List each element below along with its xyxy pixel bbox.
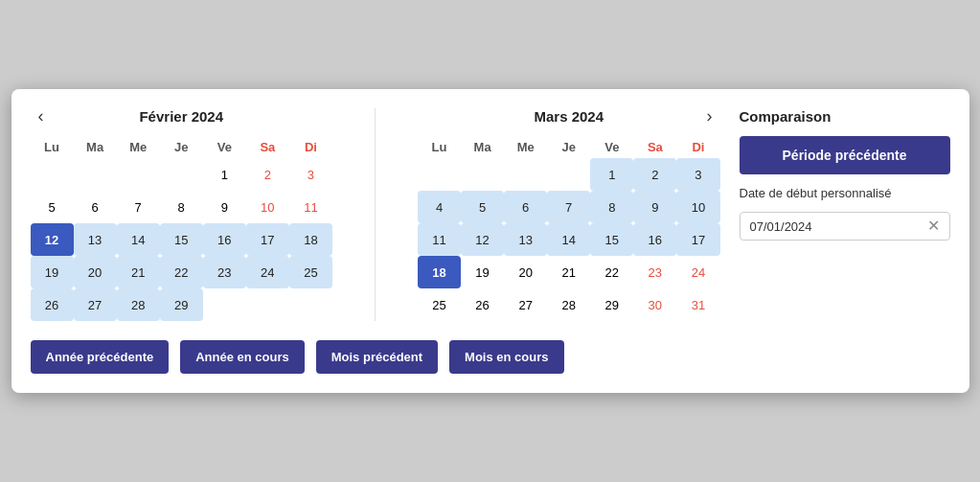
table-row[interactable]: 7 [117,191,160,223]
table-row [418,158,461,191]
table-row[interactable]: 15 [590,223,633,256]
dow-ve: Ve [590,136,633,158]
table-row[interactable]: 4 [418,191,461,223]
table-row[interactable]: 8 [590,191,633,223]
table-row[interactable]: 20 [504,256,547,288]
next-month-button[interactable]: › [699,106,720,126]
table-row[interactable]: 6 [74,191,117,223]
action-buttons-row: Année précédente Année en cours Mois pré… [31,340,720,374]
table-row[interactable]: 12 [461,223,504,256]
calendar-divider [375,108,376,321]
table-row[interactable]: 28 [547,288,590,321]
table-row[interactable]: 15 [160,223,203,256]
table-row[interactable]: 27 [504,288,547,321]
date-debut-label: Date de début personnalisé [740,186,950,200]
left-calendar: ‹ Février 2024 Lu Ma Me Je Ve Sa Di [31,108,333,321]
table-row[interactable]: 18 [418,256,461,288]
table-row[interactable]: 30 [633,288,676,321]
annee-en-cours-button[interactable]: Année en cours [180,340,305,374]
table-row[interactable]: 25 [289,256,332,288]
table-row[interactable]: 10 [676,191,719,223]
table-row[interactable]: 28 [117,288,160,321]
table-row [246,288,289,321]
table-row[interactable]: 8 [160,191,203,223]
table-row[interactable]: 19 [461,256,504,288]
table-row [74,158,117,191]
table-row[interactable]: 1 [590,158,633,191]
annee-precedente-button[interactable]: Année précédente [31,340,170,374]
table-row[interactable]: 11 [418,223,461,256]
right-panel: Comparaison Période précédente Date de d… [740,108,950,374]
table-row [547,158,590,191]
table-row[interactable]: 7 [547,191,590,223]
mois-en-cours-button[interactable]: Mois en cours [449,340,563,374]
table-row[interactable]: 5 [461,191,504,223]
table-row[interactable]: 10 [246,191,289,223]
mois-precedent-button[interactable]: Mois précédent [316,340,438,374]
table-row[interactable]: 22 [590,256,633,288]
date-debut-input[interactable] [750,219,922,234]
table-row[interactable]: 24 [246,256,289,288]
table-row[interactable]: 20 [74,256,117,288]
table-row[interactable]: 31 [676,288,719,321]
table-row[interactable]: 27 [74,288,117,321]
table-row[interactable]: 18 [289,223,332,256]
periode-precedente-button[interactable]: Période précédente [740,136,950,174]
table-row[interactable]: 1 [203,158,246,191]
dow-lu: Lu [418,136,461,158]
table-row [504,158,547,191]
table-row[interactable]: 25 [418,288,461,321]
left-calendar-header: ‹ Février 2024 [31,108,333,125]
dow-ma: Ma [461,136,504,158]
table-row[interactable]: 22 [160,256,203,288]
table-row[interactable]: 26 [461,288,504,321]
left-calendar-grid: Lu Ma Me Je Ve Sa Di [31,136,333,321]
calendars-row: ‹ Février 2024 Lu Ma Me Je Ve Sa Di [31,108,720,321]
table-row[interactable]: 5 [31,191,74,223]
table-row [461,158,504,191]
clear-date-button[interactable]: ✕ [927,218,940,234]
table-row[interactable]: 14 [117,223,160,256]
comparaison-label: Comparaison [740,108,950,125]
dow-sa: Sa [246,136,289,158]
table-row[interactable]: 11 [289,191,332,223]
table-row[interactable]: 23 [633,256,676,288]
dow-je: Je [160,136,203,158]
table-row[interactable]: 16 [633,223,676,256]
table-row[interactable]: 19 [31,256,74,288]
table-row[interactable]: 17 [246,223,289,256]
table-row[interactable]: 21 [547,256,590,288]
calendars-section: ‹ Février 2024 Lu Ma Me Je Ve Sa Di [31,108,720,374]
table-row[interactable]: 14 [547,223,590,256]
dow-me: Me [504,136,547,158]
table-row[interactable]: 17 [676,223,719,256]
dow-ma: Ma [74,136,117,158]
table-row [31,158,74,191]
left-calendar-title: Février 2024 [139,108,223,125]
table-row[interactable]: 2 [633,158,676,191]
dow-ve: Ve [203,136,246,158]
date-debut-input-wrapper: ✕ [740,212,950,241]
dow-me: Me [117,136,160,158]
dow-sa: Sa [633,136,676,158]
table-row[interactable]: 16 [203,223,246,256]
table-row[interactable]: 6 [504,191,547,223]
table-row[interactable]: 29 [160,288,203,321]
table-row[interactable]: 24 [676,256,719,288]
table-row[interactable]: 2 [246,158,289,191]
table-row[interactable]: 26 [31,288,74,321]
table-row[interactable]: 12 [31,223,74,256]
table-row[interactable]: 29 [590,288,633,321]
table-row[interactable]: 9 [203,191,246,223]
table-row[interactable]: 23 [203,256,246,288]
table-row[interactable]: 13 [504,223,547,256]
prev-month-button[interactable]: ‹ [31,106,52,126]
table-row[interactable]: 21 [117,256,160,288]
table-row[interactable]: 3 [289,158,332,191]
table-row [117,158,160,191]
date-range-modal: ‹ Février 2024 Lu Ma Me Je Ve Sa Di [11,89,969,393]
right-calendar-grid: Lu Ma Me Je Ve Sa Di [418,136,720,321]
table-row[interactable]: 13 [74,223,117,256]
table-row[interactable]: 9 [633,191,676,223]
table-row[interactable]: 3 [676,158,719,191]
